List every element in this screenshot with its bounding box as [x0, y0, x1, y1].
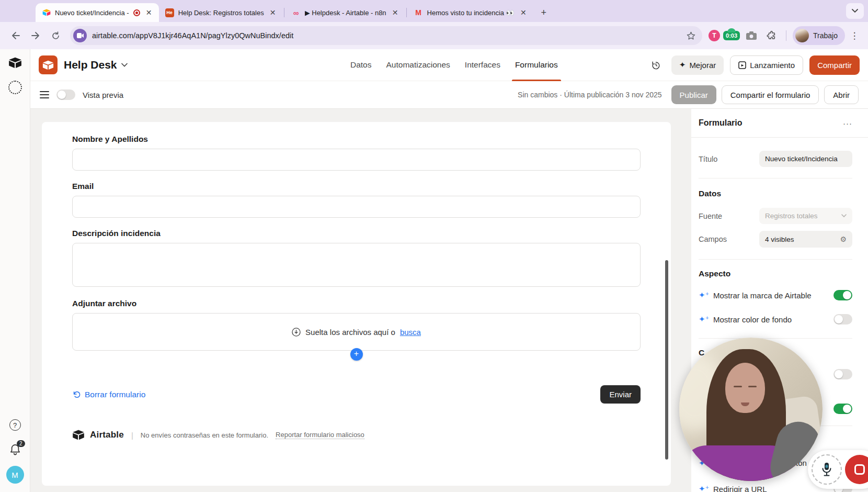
new-tab-button[interactable]: + — [536, 5, 551, 20]
recording-indicator-icon — [133, 9, 140, 16]
chrome-menu-icon[interactable]: ⋮ — [848, 30, 861, 41]
preview-toggle[interactable] — [56, 90, 75, 100]
publish-status-text: Sin cambios · Última publicación 3 nov 2… — [518, 91, 661, 99]
publish-button[interactable]: Publicar — [671, 85, 716, 104]
recorder-timer-badge[interactable]: 0:03 — [723, 31, 740, 40]
show-bg-color-label: Mostrar color de fondo — [713, 315, 792, 324]
titulo-value-field[interactable]: Nuevo ticket/Incidencia — [759, 151, 852, 167]
improve-button[interactable]: ✦ Mejorar — [671, 55, 724, 75]
browser-tab-bar: Nuevo ticket/Incidencia - ✕ He Help Desk… — [0, 0, 868, 22]
report-form-link[interactable]: Reportar formulario malicioso — [276, 431, 364, 439]
descripcion-textarea[interactable] — [72, 243, 641, 287]
share-button[interactable]: Compartir — [809, 55, 860, 75]
clear-form-link[interactable]: Borrar formulario — [72, 390, 145, 399]
user-avatar[interactable]: M — [6, 466, 24, 484]
browser-profile-button[interactable]: Trabajo — [793, 26, 845, 45]
scrollbar-thumb[interactable] — [665, 260, 668, 460]
url-text: airtable.com/appV8J1kjr46AqA1N/pagYlzy0Q… — [92, 31, 681, 40]
share-form-button[interactable]: Compartir el formulario — [722, 85, 819, 104]
profile-label: Trabajo — [813, 31, 838, 40]
hidden-setting-toggle[interactable] — [833, 404, 852, 414]
hidden-setting-toggle[interactable] — [833, 369, 852, 379]
browser-tab[interactable]: He Help Desk: Registros totales ✕ — [159, 3, 283, 22]
tab-title: Help Desk: Registros totales — [178, 9, 264, 17]
base-logo-icon[interactable] — [39, 55, 58, 74]
mic-icon — [821, 462, 832, 477]
show-brand-label: Mostrar la marca de Airtable — [713, 291, 812, 300]
form-toolbar: Vista previa Sin cambios · Última public… — [30, 81, 868, 109]
back-icon[interactable] — [7, 27, 24, 44]
form-footer: Airtable | No envíes contraseñas en este… — [72, 430, 641, 440]
browser-tab[interactable]: ∞ ▶ Helpdesk - Airtable - n8n ✕ — [285, 3, 405, 22]
show-bg-color-toggle[interactable] — [833, 314, 852, 325]
browser-tab[interactable]: M Hemos visto tu incidencia 👀 ✕ — [408, 3, 533, 22]
nombre-input[interactable] — [72, 149, 641, 171]
aspecto-heading: Aspecto — [691, 269, 868, 278]
nav-automatizaciones[interactable]: Automatizaciones — [386, 49, 450, 81]
nav-formularios[interactable]: Formularios — [515, 49, 558, 81]
tab-close-icon[interactable]: ✕ — [144, 8, 154, 17]
bookmark-star-icon[interactable] — [686, 31, 696, 41]
menu-hamburger-icon[interactable] — [40, 91, 49, 98]
base-title[interactable]: Help Desk — [64, 59, 117, 71]
camera-in-use-icon[interactable] — [73, 29, 87, 42]
launch-icon — [738, 61, 746, 69]
campos-field[interactable]: 4 visibles ⚙ — [759, 231, 852, 248]
stop-icon — [854, 464, 865, 475]
dropzone-text: Suelta los archivos aquí o — [305, 328, 395, 337]
presenter-person — [748, 386, 757, 387]
download-circle-icon — [292, 328, 301, 337]
gear-icon[interactable]: ⚙ — [840, 235, 847, 243]
mic-mute-button[interactable] — [812, 454, 842, 485]
tab-close-icon[interactable]: ✕ — [268, 8, 278, 17]
redirect-url-label: Redirigir a URL — [713, 485, 767, 492]
tab-title: Hemos visto tu incidencia 👀 — [427, 9, 515, 17]
browse-files-link[interactable]: busca — [400, 328, 421, 337]
add-field-button[interactable]: + — [350, 348, 363, 361]
browser-tab-active[interactable]: Nuevo ticket/Incidencia - ✕ — [36, 3, 159, 22]
show-brand-toggle[interactable] — [833, 290, 852, 300]
webcam-overlay[interactable] — [679, 338, 823, 481]
nav-interfaces[interactable]: Interfaces — [465, 49, 500, 81]
email-input[interactable] — [72, 196, 641, 218]
history-icon[interactable] — [647, 56, 665, 74]
tab-close-icon[interactable]: ✕ — [391, 8, 400, 17]
forward-icon[interactable] — [27, 27, 44, 44]
reload-icon[interactable] — [47, 27, 64, 44]
app-header: Help Desk Datos Automatizaciones Interfa… — [30, 49, 868, 81]
campos-label: Campos — [699, 235, 727, 243]
open-button[interactable]: Abrir — [824, 85, 859, 104]
screenshot-camera-icon[interactable] — [743, 27, 760, 44]
datos-heading: Datos — [691, 189, 868, 198]
stop-recording-button[interactable] — [845, 455, 868, 484]
ai-sparkle-icon: ✦⁺ — [699, 315, 708, 324]
extensions-puzzle-icon[interactable] — [763, 27, 780, 44]
main-nav: Datos Automatizaciones Interfaces Formul… — [350, 49, 558, 81]
tab-title: ▶ Helpdesk - Airtable - n8n — [305, 9, 386, 17]
n8n-favicon-icon: ∞ — [292, 8, 301, 17]
loading-avatar-icon[interactable] — [8, 81, 22, 94]
airtable-wordmark[interactable]: Airtable — [90, 430, 124, 440]
tab-divider — [284, 8, 284, 17]
recorder-controls — [808, 450, 868, 489]
presenter-person — [734, 386, 742, 387]
tab-search-button[interactable] — [846, 3, 864, 19]
field-label-descripcion: Descripción incidencia — [72, 229, 641, 238]
launch-button[interactable]: Lanzamiento — [730, 55, 803, 75]
panel-more-icon[interactable]: ··· — [843, 119, 852, 128]
notifications-bell-icon[interactable]: 2 — [9, 443, 21, 456]
help-icon[interactable]: ? — [9, 419, 21, 431]
tab-close-icon[interactable]: ✕ — [519, 8, 528, 17]
pink-extension-icon[interactable]: T — [709, 30, 720, 41]
file-dropzone[interactable]: Suelta los archivos aquí o busca — [72, 313, 641, 351]
airtable-home-icon[interactable] — [8, 57, 22, 69]
ai-sparkle-icon: ✦⁺ — [699, 290, 708, 300]
url-bar[interactable]: airtable.com/appV8J1kjr46AqA1N/pagYlzy0Q… — [70, 26, 702, 45]
chevron-down-icon — [841, 214, 847, 218]
form-preview-card: Nombre y Apellidos Email Descripción inc… — [42, 122, 671, 486]
profile-avatar — [795, 29, 809, 42]
chevron-down-icon[interactable] — [121, 63, 128, 67]
fuente-select[interactable]: Registros totales — [759, 208, 852, 224]
nav-datos[interactable]: Datos — [350, 49, 372, 81]
submit-button[interactable]: Enviar — [600, 385, 641, 404]
